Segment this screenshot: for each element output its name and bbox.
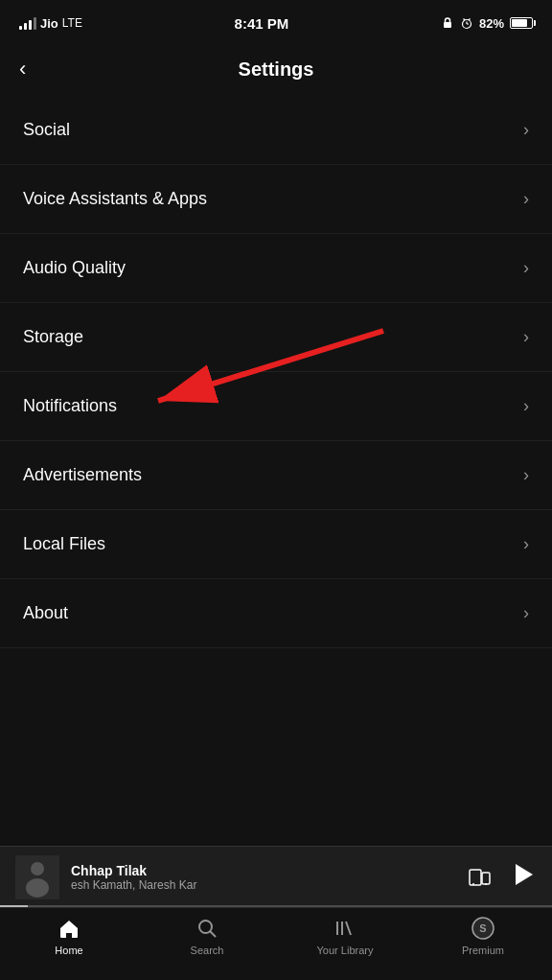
settings-item-advertisements[interactable]: Advertisements › [0,441,552,510]
settings-label-voice-assistants: Voice Assistants & Apps [23,189,207,209]
status-bar: Jio LTE 8:41 PM 82% [0,0,552,42]
now-playing-bar[interactable]: Chhap Tilak esh Kamath, Naresh Kar [0,846,552,907]
nav-item-search[interactable]: Search [138,916,276,956]
bottom-nav: Home Search Your Library S [0,907,552,980]
svg-line-5 [469,19,471,21]
chevron-icon-advertisements: › [523,465,529,485]
svg-rect-11 [470,870,481,885]
page-title: Settings [239,58,314,81]
now-playing-title: Chhap Tilak [71,863,454,878]
svg-point-9 [31,862,44,875]
battery-icon [510,17,533,29]
settings-header: ‹ Settings [0,42,552,96]
settings-item-social[interactable]: Social › [0,96,552,165]
settings-item-voice-assistants[interactable]: Voice Assistants & Apps › [0,165,552,234]
library-icon [333,916,357,941]
svg-rect-0 [444,22,451,28]
nav-label-library: Your Library [317,945,374,956]
chevron-icon-audio-quality: › [523,258,529,278]
chevron-icon-social: › [523,120,529,140]
svg-line-17 [211,932,217,938]
nav-item-library[interactable]: Your Library [276,916,414,956]
battery-percent: 82% [479,16,504,31]
settings-item-notifications[interactable]: Notifications › [0,372,552,441]
svg-point-16 [199,921,212,933]
network-type: LTE [62,16,82,30]
chevron-icon-notifications: › [523,396,529,416]
status-left: Jio LTE [19,16,82,31]
chevron-icon-voice-assistants: › [523,189,529,209]
settings-item-audio-quality[interactable]: Audio Quality › [0,234,552,303]
settings-label-advertisements: Advertisements [23,465,142,485]
back-button[interactable]: ‹ [19,58,26,80]
chevron-icon-local-files: › [523,534,529,554]
settings-label-audio-quality: Audio Quality [23,258,126,278]
now-playing-info: Chhap Tilak esh Kamath, Naresh Kar [71,863,454,892]
chevron-icon-about: › [523,603,529,623]
settings-label-social: Social [23,120,70,140]
nav-item-home[interactable]: Home [0,916,138,956]
album-art-image [15,855,59,899]
nav-label-premium: Premium [462,945,504,956]
settings-item-storage[interactable]: Storage › [0,303,552,372]
svg-point-10 [26,878,49,898]
settings-label-storage: Storage [23,327,83,347]
lock-icon [441,16,454,30]
play-button[interactable] [508,860,537,895]
signal-bars [19,16,36,30]
svg-marker-15 [516,864,533,885]
svg-line-4 [463,19,465,21]
alarm-icon [460,16,473,30]
home-icon [57,916,81,941]
connect-device-icon[interactable] [466,864,493,891]
svg-rect-12 [482,873,490,884]
play-icon [508,860,537,889]
settings-list: Social › Voice Assistants & Apps › Audio… [0,96,552,648]
album-art [15,855,59,899]
settings-item-about[interactable]: About › [0,579,552,648]
nav-label-home: Home [55,945,82,956]
settings-item-local-files[interactable]: Local Files › [0,510,552,579]
premium-icon: S [471,916,495,941]
now-playing-controls [466,860,537,895]
nav-label-search: Search [191,945,224,956]
svg-text:S: S [479,922,486,934]
settings-label-notifications: Notifications [23,396,117,416]
search-icon [195,916,219,941]
carrier-label: Jio [40,16,58,31]
now-playing-artist: esh Kamath, Naresh Kar [71,878,454,892]
device-connect-svg [466,864,493,891]
status-right: 82% [441,16,533,31]
settings-label-about: About [23,603,68,623]
settings-label-local-files: Local Files [23,534,105,554]
chevron-icon-storage: › [523,327,529,347]
nav-item-premium[interactable]: S Premium [414,916,552,956]
status-time: 8:41 PM [235,15,289,32]
